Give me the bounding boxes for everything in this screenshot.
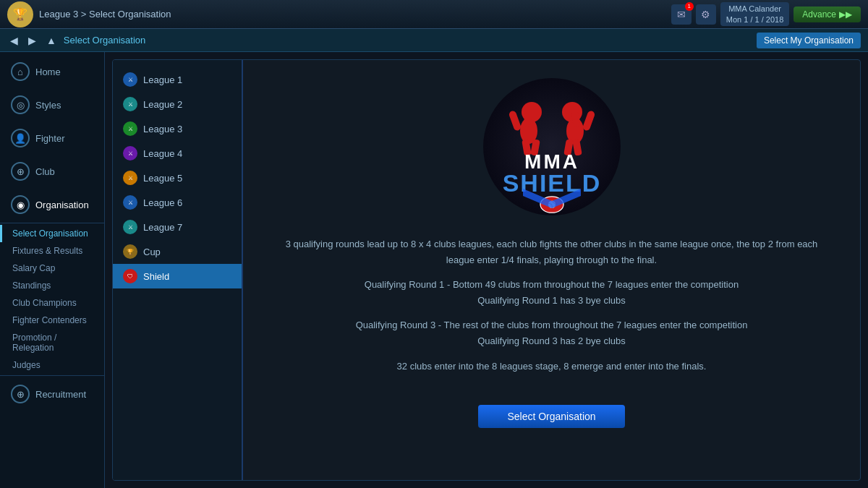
- desc-2: Qualifying Round 1 - Bottom 49 clubs fro…: [281, 277, 823, 309]
- advance-button[interactable]: Advance ▶▶: [793, 7, 861, 22]
- sidebar-divider: [0, 223, 104, 223]
- sidebar-sub-select-organisation[interactable]: Select Organisation: [0, 225, 104, 242]
- org-list-item-cup[interactable]: 🏆 Cup: [113, 239, 242, 264]
- sidebar-sub-promotion-relegation[interactable]: Promotion / Relegation: [0, 329, 104, 356]
- sidebar-item-fighter-label: Fighter: [35, 133, 64, 144]
- mma-calendar: MMA Calander Mon 1 / 1 / 2018: [720, 2, 790, 26]
- league3-icon: ⚔: [123, 121, 137, 136]
- sidebar-sub-fixtures-results[interactable]: Fixtures & Results: [0, 242, 104, 260]
- league4-label: League 4: [143, 148, 182, 159]
- sidebar: ⌂ Home ◎ Styles 👤 Fighter ⊕ Club ◉ Organ…: [0, 52, 105, 488]
- org-list-item-league3[interactable]: ⚔ League 3: [113, 116, 242, 141]
- shield-logo: MMA SHIELD ⚾: [480, 74, 624, 222]
- sidebar-item-recruitment-label: Recruitment: [35, 389, 86, 400]
- league2-label: League 2: [143, 99, 182, 110]
- sidebar-item-recruitment[interactable]: ⊕ Recruitment: [0, 377, 104, 411]
- content-area: ⚔ League 1 ⚔ League 2 ⚔ League 3 ⚔ Leagu…: [105, 52, 868, 488]
- league2-icon: ⚔: [123, 97, 137, 111]
- league3-label: League 3: [143, 124, 182, 134]
- sidebar-item-styles-label: Styles: [35, 100, 61, 111]
- org-list-item-league6[interactable]: ⚔ League 6: [113, 190, 242, 215]
- sidebar-sub-salary-cap[interactable]: Salary Cap: [0, 260, 104, 277]
- sub-header-title: Select Organisation: [64, 35, 145, 46]
- organisation-icon: ◉: [11, 195, 30, 214]
- sidebar-item-club-label: Club: [35, 166, 55, 177]
- org-list-item-league1[interactable]: ⚔ League 1: [113, 67, 242, 92]
- org-list: ⚔ League 1 ⚔ League 2 ⚔ League 3 ⚔ Leagu…: [113, 60, 243, 480]
- sub-header-nav: ◀ ▶ ▲ Select Organisation: [7, 33, 145, 48]
- org-list-item-league2[interactable]: ⚔ League 2: [113, 92, 242, 116]
- league7-icon: ⚔: [123, 220, 137, 234]
- league1-icon: ⚔: [123, 72, 137, 87]
- nav-back-arrow[interactable]: ◀: [7, 33, 21, 48]
- nav-up-arrow[interactable]: ▲: [43, 33, 59, 48]
- desc-3: Qualifying Round 3 - The rest of the clu…: [281, 317, 823, 349]
- select-my-organisation-button[interactable]: Select My Organisation: [757, 33, 861, 48]
- svg-text:SHIELD: SHIELD: [502, 169, 601, 197]
- content-inner: ⚔ League 1 ⚔ League 2 ⚔ League 3 ⚔ Leagu…: [112, 59, 861, 481]
- org-list-item-league5[interactable]: ⚔ League 5: [113, 166, 242, 190]
- sidebar-item-organisation[interactable]: ◉ Organisation: [0, 188, 104, 221]
- cup-icon: 🏆: [123, 244, 137, 259]
- shield-icon: 🛡: [123, 269, 137, 283]
- sidebar-sub-judges[interactable]: Judges: [0, 356, 104, 374]
- nav-forward-arrow[interactable]: ▶: [25, 33, 39, 48]
- breadcrumb: League 3 > Select Organisation: [39, 9, 671, 20]
- recruitment-icon: ⊕: [11, 385, 30, 403]
- sidebar-divider-2: [0, 375, 104, 376]
- league5-label: League 5: [143, 173, 182, 184]
- sidebar-item-home-label: Home: [35, 67, 61, 77]
- league4-icon: ⚔: [123, 146, 137, 160]
- sidebar-item-styles[interactable]: ◎ Styles: [0, 88, 104, 121]
- org-list-item-league4[interactable]: ⚔ League 4: [113, 141, 242, 166]
- select-organisation-button[interactable]: Select Organisation: [478, 405, 624, 428]
- top-bar: 🏆 League 3 > Select Organisation ✉ 1 ⚙ M…: [0, 0, 868, 29]
- desc-4: 32 clubs enter into the 8 leagues stage,…: [281, 359, 823, 374]
- cup-label: Cup: [143, 247, 161, 257]
- settings-icon[interactable]: ⚙: [696, 4, 716, 25]
- sidebar-sub-club-champions[interactable]: Club Champions: [0, 294, 104, 312]
- main-layout: ⌂ Home ◎ Styles 👤 Fighter ⊕ Club ◉ Organ…: [0, 52, 868, 488]
- league1-label: League 1: [143, 74, 182, 85]
- league6-icon: ⚔: [123, 195, 137, 210]
- org-description: 3 qualifying rounds lead up to 8 x 4 clu…: [281, 236, 823, 383]
- sub-header: ◀ ▶ ▲ Select Organisation Select My Orga…: [0, 29, 868, 52]
- sidebar-item-fighter[interactable]: 👤 Fighter: [0, 121, 104, 155]
- sidebar-sub-fighter-contenders[interactable]: Fighter Contenders: [0, 312, 104, 329]
- fighter-icon: 👤: [11, 129, 30, 147]
- league6-label: League 6: [143, 197, 182, 208]
- sidebar-sub-standings[interactable]: Standings: [0, 277, 104, 294]
- league7-label: League 7: [143, 222, 182, 233]
- sidebar-item-organisation-label: Organisation: [35, 200, 89, 210]
- org-list-item-shield[interactable]: 🛡 Shield: [113, 264, 242, 288]
- shield-label: Shield: [143, 271, 169, 282]
- mail-badge: 1: [685, 2, 694, 11]
- mail-icon[interactable]: ✉ 1: [671, 4, 692, 25]
- league5-icon: ⚔: [123, 171, 137, 185]
- org-detail: MMA SHIELD ⚾: [243, 60, 860, 480]
- org-list-item-league7[interactable]: ⚔ League 7: [113, 215, 242, 239]
- styles-icon: ◎: [11, 95, 30, 114]
- sidebar-item-club[interactable]: ⊕ Club: [0, 155, 104, 188]
- app-logo: 🏆: [7, 1, 33, 27]
- desc-1: 3 qualifying rounds lead up to 8 x 4 clu…: [281, 236, 823, 268]
- club-icon: ⊕: [11, 162, 30, 181]
- sidebar-item-home[interactable]: ⌂ Home: [0, 55, 104, 88]
- home-icon: ⌂: [11, 62, 30, 81]
